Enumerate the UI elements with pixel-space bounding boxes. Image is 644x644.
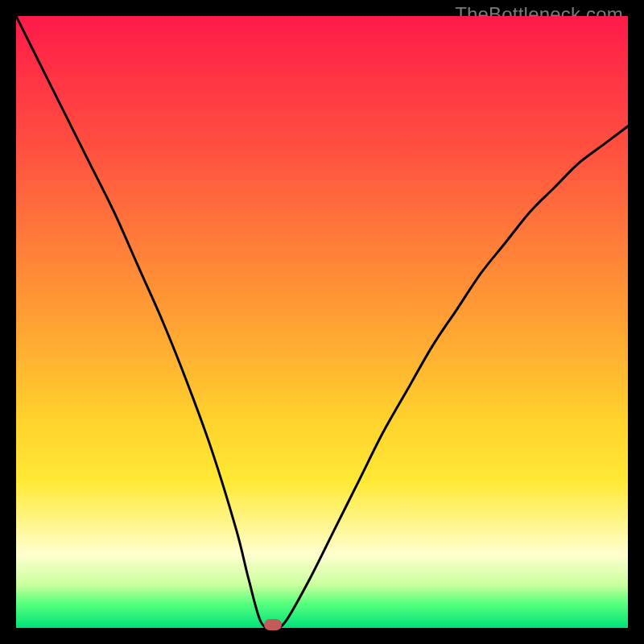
chart-frame: TheBottleneck.com xyxy=(0,0,644,644)
bottleneck-curve xyxy=(16,16,628,628)
plot-area xyxy=(16,16,628,628)
min-marker xyxy=(264,619,282,630)
